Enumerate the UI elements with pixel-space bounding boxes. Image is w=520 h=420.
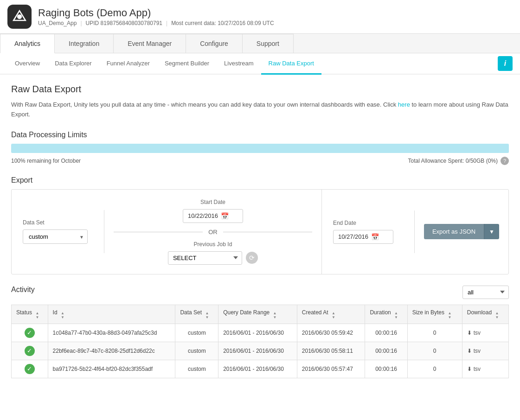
sub-tab-overview[interactable]: Overview — [7, 53, 47, 75]
sub-tab-livestream[interactable]: Livestream — [217, 53, 261, 75]
activity-table: Status ▲▼ Id ▲▼ Data Set ▲▼ Query Date R… — [11, 305, 509, 378]
dataset-select-wrap: custom appRunning ▼ — [23, 229, 88, 244]
sub-tab-funnel-analyzer[interactable]: Funnel Analyzer — [99, 53, 157, 75]
app-header: Raging Bots (Demo App) UA_Demo_App | UPI… — [0, 0, 520, 34]
sub-tab-raw-data-export[interactable]: Raw Data Export — [261, 53, 321, 75]
end-date-label: End Date — [333, 220, 356, 226]
dataset-select[interactable]: custom appRunning — [23, 229, 88, 244]
app-info: Raging Bots (Demo App) UA_Demo_App | UPI… — [38, 7, 274, 26]
download-link-1[interactable]: ⬇ tsv — [467, 348, 504, 354]
progress-labels: 100% remaining for October Total Allowan… — [11, 157, 509, 165]
app-meta: UA_Demo_App | UPID 81987568408030780791 … — [38, 20, 274, 26]
td-size-0: 0 — [407, 324, 462, 342]
prev-job-select-row: SELECT ⟳ — [168, 251, 258, 265]
export-action-col: Export as JSON ▼ — [415, 215, 508, 248]
export-enddate-col: End Date 10/27/2016 📅 — [322, 210, 415, 253]
export-dropdown-button[interactable]: ▼ — [484, 224, 499, 239]
td-id-2: ba971726-5b22-4f64-bf20-82dc3f355adf — [48, 360, 175, 378]
th-dataset: Data Set ▲▼ — [175, 305, 218, 324]
export-box: Data Set custom appRunning ▼ Start Date … — [11, 189, 509, 274]
export-title: Export — [11, 176, 509, 185]
td-duration-2: 00:00:16 — [365, 360, 407, 378]
td-id-0: 1c048a77-47b0-430a-88d3-0497afa25c3d — [48, 324, 175, 342]
progress-bar-container — [11, 144, 509, 153]
th-duration: Duration ▲▼ — [365, 305, 407, 324]
top-tab-support[interactable]: Support — [242, 34, 294, 53]
table-header-row: Status ▲▼ Id ▲▼ Data Set ▲▼ Query Date R… — [12, 305, 509, 324]
td-status-0: ✓ — [12, 324, 48, 342]
td-duration-0: 00:00:16 — [365, 324, 407, 342]
export-dates-col: Start Date 10/22/2016 📅 OR Previous Job … — [104, 190, 322, 274]
td-status-1: ✓ — [12, 342, 48, 360]
sub-tabs: Overview Data Explorer Funnel Analyzer S… — [0, 53, 520, 75]
export-json-button[interactable]: Export as JSON — [424, 224, 484, 239]
table-row: ✓ 22bf6eac-89c7-4b7c-8208-25df12d6d22c c… — [12, 342, 509, 360]
progress-allowance: Total Allowance Spent: 0/50GB (0%) ? — [408, 157, 509, 165]
sort-arrows-status[interactable]: ▲▼ — [35, 312, 39, 319]
download-icon-1: ⬇ — [467, 348, 472, 354]
table-row: ✓ 1c048a77-47b0-430a-88d3-0497afa25c3d c… — [12, 324, 509, 342]
prev-job-select[interactable]: SELECT — [168, 251, 242, 265]
table-row: ✓ ba971726-5b22-4f64-bf20-82dc3f355adf c… — [12, 360, 509, 378]
status-check-icon: ✓ — [25, 328, 35, 338]
td-download-0: ⬇ tsv — [462, 324, 508, 342]
sort-arrows-id[interactable]: ▲▼ — [61, 312, 64, 319]
download-link-0[interactable]: ⬇ tsv — [467, 330, 504, 336]
page-description: With Raw Data Export, Unity lets you pul… — [11, 100, 509, 120]
td-date-range-1: 2016/06/01 - 2016/06/30 — [218, 342, 297, 360]
activity-filter-select[interactable]: all completed failed running — [462, 286, 509, 299]
dataset-label: Data Set — [23, 219, 93, 226]
or-line-right — [223, 232, 312, 232]
end-date-input[interactable]: 10/27/2016 📅 — [333, 230, 393, 244]
sort-arrows-download[interactable]: ▲▼ — [495, 312, 499, 319]
page-desc-link[interactable]: here — [398, 101, 410, 108]
start-date-calendar-icon: 📅 — [221, 212, 229, 220]
td-id-1: 22bf6eac-89c7-4b7c-8208-25df12d6d22c — [48, 342, 175, 360]
td-date-range-2: 2016/06/01 - 2016/06/30 — [218, 360, 297, 378]
td-duration-1: 00:00:16 — [365, 342, 407, 360]
activity-title: Activity — [11, 286, 35, 294]
page-title: Raw Data Export — [11, 84, 509, 95]
app-logo — [7, 5, 32, 29]
app-most-current: Most current data: 10/27/2016 08:09 UTC — [171, 20, 274, 26]
top-tab-analytics[interactable]: Analytics — [0, 34, 55, 53]
or-line-left — [114, 232, 203, 232]
td-dataset-2: custom — [175, 360, 218, 378]
sort-arrows-duration[interactable]: ▲▼ — [394, 312, 398, 319]
sort-arrows-date-range[interactable]: ▲▼ — [273, 312, 277, 319]
top-tab-event-manager[interactable]: Event Manager — [113, 34, 186, 53]
or-divider: OR — [114, 229, 312, 235]
td-size-1: 0 — [407, 342, 462, 360]
export-dataset-col: Data Set custom appRunning ▼ — [12, 210, 104, 253]
refresh-button[interactable]: ⟳ — [246, 252, 258, 264]
app-upid: UPID 81987568408030780791 — [86, 20, 162, 26]
sub-tab-segment-builder[interactable]: Segment Builder — [157, 53, 217, 75]
top-tab-integration[interactable]: Integration — [54, 34, 114, 53]
td-dataset-1: custom — [175, 342, 218, 360]
download-icon-2: ⬇ — [467, 366, 472, 372]
app-name: Raging Bots (Demo App) — [38, 7, 274, 19]
td-status-2: ✓ — [12, 360, 48, 378]
td-download-2: ⬇ tsv — [462, 360, 508, 378]
td-created-at-2: 2016/06/30 05:57:47 — [297, 360, 365, 378]
info-button[interactable]: i — [498, 56, 513, 71]
th-created-at: Created At ▲▼ — [297, 305, 365, 324]
download-icon-0: ⬇ — [467, 330, 472, 336]
sort-arrows-created-at[interactable]: ▲▼ — [332, 312, 335, 319]
start-date-input[interactable]: 10/22/2016 📅 — [183, 209, 243, 223]
top-tab-configure[interactable]: Configure — [186, 34, 243, 53]
td-dataset-0: custom — [175, 324, 218, 342]
progress-bar-fill — [12, 144, 508, 153]
td-size-2: 0 — [407, 360, 462, 378]
sort-arrows-size[interactable]: ▲▼ — [448, 312, 451, 319]
end-date-calendar-icon: 📅 — [371, 233, 379, 241]
allowance-help-icon[interactable]: ? — [501, 157, 509, 165]
sub-tab-data-explorer[interactable]: Data Explorer — [47, 53, 99, 75]
status-check-icon: ✓ — [25, 346, 35, 356]
download-link-2[interactable]: ⬇ tsv — [467, 366, 504, 372]
prev-job-row: Previous Job Id SELECT ⟳ — [114, 241, 312, 265]
sort-arrows-dataset[interactable]: ▲▼ — [205, 312, 209, 319]
th-status: Status ▲▼ — [12, 305, 48, 324]
or-text: OR — [208, 229, 218, 235]
top-tabs: Analytics Integration Event Manager Conf… — [0, 34, 520, 53]
